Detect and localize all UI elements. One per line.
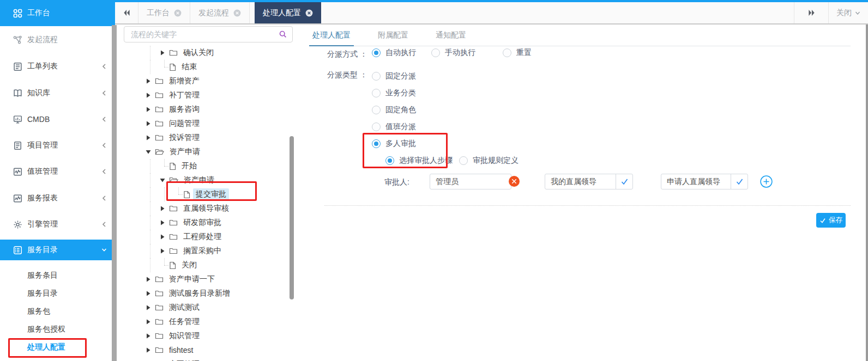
sidebar-item-值班管理[interactable]: 值班管理 <box>0 158 115 185</box>
tree-expand-arrow[interactable] <box>146 277 155 282</box>
tab-处理人配置[interactable]: 处理人配置 <box>309 26 354 46</box>
sidebar-item-服务报表[interactable]: 服务报表 <box>0 185 115 211</box>
tree-expand-arrow[interactable] <box>146 319 155 325</box>
sidebar-subitem-处理人配置[interactable]: 处理人配置 <box>0 338 112 356</box>
search-icon[interactable] <box>279 30 287 39</box>
tree-node-确认关闭[interactable]: 确认关闭 <box>119 46 297 60</box>
tree-node-label: 结束 <box>179 61 200 73</box>
sidebar-item-CMDB[interactable]: CMDB <box>0 106 115 132</box>
approval-mode-option[interactable]: 选择审批人步骤 <box>385 156 453 166</box>
tree-expand-arrow[interactable] <box>146 333 155 339</box>
dispatch-mode-option[interactable]: 自动执行 <box>372 48 416 58</box>
tree-expand-arrow[interactable] <box>160 220 169 225</box>
radio-多人审批[interactable] <box>372 139 381 148</box>
sidebar-item-引擎管理[interactable]: 引擎管理 <box>0 211 115 237</box>
save-button[interactable]: 保存 <box>816 213 846 228</box>
add-approver-button[interactable] <box>760 175 773 188</box>
close-menu-button[interactable]: 关闭 <box>829 2 868 23</box>
dispatch-type-option[interactable]: 业务分类 <box>372 84 416 101</box>
tree-collapse-arrow[interactable] <box>146 149 155 155</box>
tree-node-label: 开始 <box>179 160 200 172</box>
tabs-scroll-left-button[interactable] <box>115 2 138 23</box>
main-scrollbar[interactable] <box>866 25 868 361</box>
tree-node-搁置采购中[interactable]: 搁置采购中 <box>119 244 297 258</box>
tree-expand-arrow[interactable] <box>146 291 155 296</box>
tree-node-结束[interactable]: 结束 <box>119 60 297 74</box>
tree-node-补丁管理[interactable]: 补丁管理 <box>119 88 297 102</box>
tree-node-直属领导审核[interactable]: 直属领导审核 <box>119 201 297 216</box>
tree-expand-arrow[interactable] <box>146 305 155 310</box>
sidebar-item-工作台[interactable]: 工作台 <box>0 0 115 26</box>
tree-node-资产申请一下[interactable]: 资产申请一下 <box>119 272 297 286</box>
sidebar-item-工单列表[interactable]: 工单列表 <box>0 53 115 79</box>
close-circle-icon[interactable] <box>305 9 313 17</box>
radio-选择审批人步骤[interactable] <box>385 156 394 165</box>
confirm-approver-button[interactable] <box>616 174 632 189</box>
confirm-approver-button[interactable] <box>731 174 748 189</box>
tree-node-测试测试[interactable]: 测试测试 <box>119 301 297 315</box>
tree-node-资产申请[interactable]: 资产申请 <box>119 173 297 187</box>
dispatch-type-option[interactable]: 值班分派 <box>372 118 416 135</box>
tree-expand-arrow[interactable] <box>146 78 155 84</box>
tree-expand-arrow[interactable] <box>146 347 155 353</box>
tree-expand-arrow[interactable] <box>146 135 155 140</box>
close-circle-icon[interactable] <box>233 9 241 17</box>
window-tab-处理人配置[interactable]: 处理人配置 <box>255 2 321 23</box>
tree-node-测试服务目录新增[interactable]: 测试服务目录新增 <box>119 286 297 301</box>
radio-固定分派[interactable] <box>372 72 381 81</box>
dispatch-mode-option[interactable]: 手动执行 <box>431 48 475 58</box>
tree-node-fishtest[interactable]: fishtest <box>119 343 297 357</box>
tabs-scroll-right-button[interactable] <box>794 2 829 23</box>
tree-node-提交审批[interactable]: 提交审批 <box>119 187 297 201</box>
tree-node-知识管理[interactable]: 知识管理 <box>119 329 297 343</box>
tree-node-任务管理[interactable]: 任务管理 <box>119 315 297 329</box>
tree-expand-arrow[interactable] <box>146 93 155 98</box>
radio-重置[interactable] <box>503 48 511 57</box>
radio-值班分派[interactable] <box>372 123 381 131</box>
window-tab-发起流程[interactable]: 发起流程 <box>190 2 250 23</box>
dispatch-type-option[interactable]: 固定角色 <box>372 101 416 118</box>
tab-通知配置[interactable]: 通知配置 <box>432 26 469 46</box>
tree-node-资产申请[interactable]: 资产申请 <box>119 145 297 159</box>
tree-scrollbar[interactable] <box>290 136 294 299</box>
remove-approver-button[interactable] <box>509 176 520 187</box>
tree-node-问题管理[interactable]: 问题管理 <box>119 117 297 131</box>
approval-mode-option[interactable]: 审批规则定义 <box>459 156 519 166</box>
dispatch-type-option[interactable]: 多人审批 <box>372 135 416 152</box>
close-circle-icon[interactable] <box>174 9 182 17</box>
tree-node-投诉管理[interactable]: 投诉管理 <box>119 131 297 145</box>
tree-expand-arrow[interactable] <box>160 248 169 254</box>
radio-业务分类[interactable] <box>372 89 381 97</box>
tree-expand-arrow[interactable] <box>160 234 169 240</box>
sidebar-item-知识库[interactable]: 知识库 <box>0 80 115 106</box>
tree-collapse-arrow[interactable] <box>160 178 169 183</box>
sidebar-item-服务目录[interactable]: 服务目录 <box>0 240 115 260</box>
tree-node-关闭[interactable]: 关闭 <box>119 258 297 272</box>
dispatch-mode-option[interactable]: 重置 <box>503 48 532 58</box>
radio-手动执行[interactable] <box>431 48 440 57</box>
radio-固定角色[interactable] <box>372 106 381 114</box>
tree-node-服务咨询[interactable]: 服务咨询 <box>119 102 297 117</box>
sidebar-subitem-服务目录[interactable]: 服务目录 <box>0 284 112 302</box>
window-tab-工作台[interactable]: 工作台 <box>138 2 190 23</box>
radio-自动执行[interactable] <box>372 48 381 57</box>
dispatch-type-option[interactable]: 固定分派 <box>372 68 416 84</box>
tree-expand-arrow[interactable] <box>146 107 155 112</box>
sidebar-item-发起流程[interactable]: 发起流程 <box>0 27 115 53</box>
search-input[interactable] <box>130 29 279 39</box>
radio-审批规则定义[interactable] <box>459 156 468 165</box>
sidebar-subitem-服务条目[interactable]: 服务条目 <box>0 266 112 284</box>
tree-node-变更管理[interactable]: 变更管理 <box>119 357 297 361</box>
tab-附属配置[interactable]: 附属配置 <box>375 26 412 46</box>
tree-node-新增资产[interactable]: 新增资产 <box>119 74 297 88</box>
tree-expand-arrow[interactable] <box>146 121 155 126</box>
sidebar-scrollbar[interactable] <box>112 25 117 361</box>
tree-expand-arrow[interactable] <box>160 50 169 56</box>
sidebar-item-项目管理[interactable]: 项目管理 <box>0 132 115 158</box>
tree-node-研发部审批[interactable]: 研发部审批 <box>119 216 297 230</box>
tree-node-开始[interactable]: 开始 <box>119 159 297 173</box>
tree-node-工程师处理[interactable]: 工程师处理 <box>119 230 297 244</box>
sidebar-subitem-服务包授权[interactable]: 服务包授权 <box>0 320 112 338</box>
tree-expand-arrow[interactable] <box>160 206 169 211</box>
sidebar-subitem-服务包[interactable]: 服务包 <box>0 302 112 320</box>
